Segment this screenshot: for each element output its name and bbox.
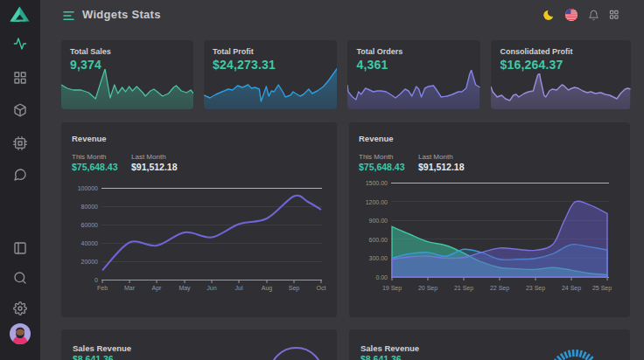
svg-text:0.00: 0.00	[375, 274, 388, 280]
svg-text:80000: 80000	[81, 204, 99, 210]
svg-text:600.00: 600.00	[369, 237, 388, 243]
svg-text:23 Sep: 23 Sep	[526, 285, 545, 292]
svg-text:40000: 40000	[81, 240, 99, 246]
svg-text:Apr: Apr	[152, 285, 163, 292]
svg-text:100000: 100000	[78, 185, 98, 191]
svg-text:20000: 20000	[81, 259, 99, 265]
svg-text:Mar: Mar	[124, 285, 136, 291]
svg-text:22 Sep: 22 Sep	[490, 285, 509, 292]
svg-text:Feb: Feb	[97, 285, 108, 291]
svg-text:Aug: Aug	[262, 285, 273, 292]
svg-text:900.00: 900.00	[369, 218, 388, 224]
svg-text:24 Sep: 24 Sep	[562, 285, 581, 292]
svg-text:21 Sep: 21 Sep	[454, 285, 473, 292]
svg-text:1500.00: 1500.00	[366, 180, 388, 186]
svg-text:1200.00: 1200.00	[366, 199, 388, 205]
svg-text:19 Sep: 19 Sep	[382, 285, 402, 292]
svg-text:Jul: Jul	[235, 285, 243, 291]
svg-text:Oct: Oct	[317, 285, 326, 291]
svg-text:May: May	[178, 285, 191, 292]
svg-text:60000: 60000	[81, 222, 99, 228]
svg-text:25 Sep: 25 Sep	[592, 285, 612, 292]
svg-text:20 Sep: 20 Sep	[418, 285, 438, 292]
svg-text:Sep: Sep	[289, 285, 300, 292]
svg-text:Jun: Jun	[206, 285, 216, 291]
svg-text:300.00: 300.00	[369, 255, 388, 261]
svg-text:0: 0	[94, 277, 98, 283]
